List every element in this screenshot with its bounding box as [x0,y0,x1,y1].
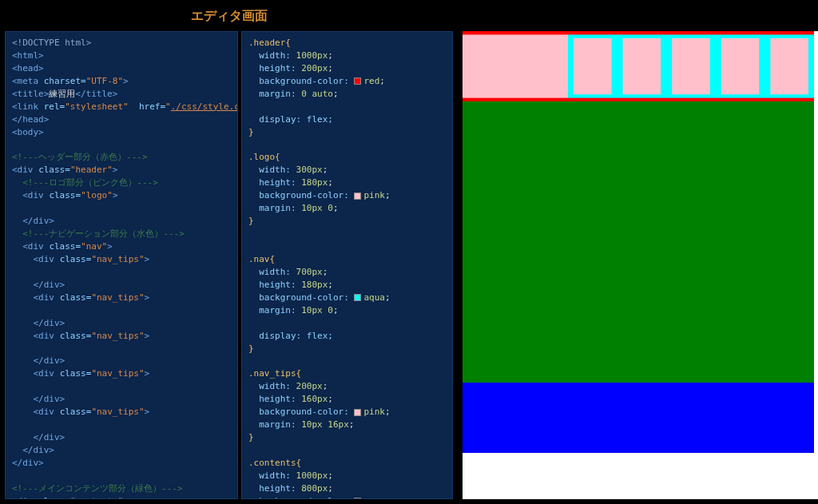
editor-title: エディタ画面 [5,3,453,31]
code-line: <html> [12,50,44,61]
preview-logo [463,34,568,97]
swatch-aqua [354,294,361,301]
preview-contents [463,101,814,383]
preview-nav [568,34,814,97]
preview-header [463,31,814,101]
swatch-green [354,498,361,499]
code-line: <!DOCTYPE html> [12,38,91,48]
stylesheet-link[interactable]: ./css/style.css [171,101,238,112]
code-line: <head> [12,63,44,73]
css-sel-navtips: .nav_tips{ [248,368,301,379]
comment-logo: <!---ロゴ部分（ピンク色）---> [22,177,158,188]
css-sel-logo: .logo{ [248,152,280,162]
editor-column: エディタ画面 <!DOCTYPE html> <html> <head> <me… [0,0,458,504]
preview-nav-tip [771,38,809,94]
swatch-red [354,77,361,85]
preview-nav-tip [623,38,661,94]
editor-panes: <!DOCTYPE html> <html> <head> <meta char… [5,31,453,499]
preview-nav-tip [574,38,612,94]
rendered-page [463,31,814,453]
code-line: <body> [12,127,44,137]
css-sel-header: .header{ [248,38,291,48]
browser-column: ブラウザ画面 [458,0,818,504]
swatch-pink [354,409,361,416]
css-sel-nav: .nav{ [248,254,275,264]
swatch-pink [354,192,361,200]
browser-title: ブラウザ画面 [463,3,818,31]
comment-contents: <!---メインコンテンツ部分（緑色）---> [12,483,183,494]
comment-nav: <!---ナビゲーション部分（水色）---> [22,228,185,239]
page-title-text: 練習用 [49,89,75,99]
comment-header: <!---ヘッダー部分（赤色）---> [12,152,148,162]
browser-preview [463,31,818,499]
layout-root: エディタ画面 <!DOCTYPE html> <html> <head> <me… [0,0,818,504]
preview-footer [463,383,814,453]
preview-nav-tip [673,38,711,94]
css-sel-contents: .contents{ [248,458,301,468]
preview-nav-tip [721,38,760,94]
css-editor[interactable]: .header{ width: 1000px; height: 200px; b… [241,31,454,499]
code-line: </head> [12,114,49,125]
html-editor[interactable]: <!DOCTYPE html> <html> <head> <meta char… [5,31,238,499]
